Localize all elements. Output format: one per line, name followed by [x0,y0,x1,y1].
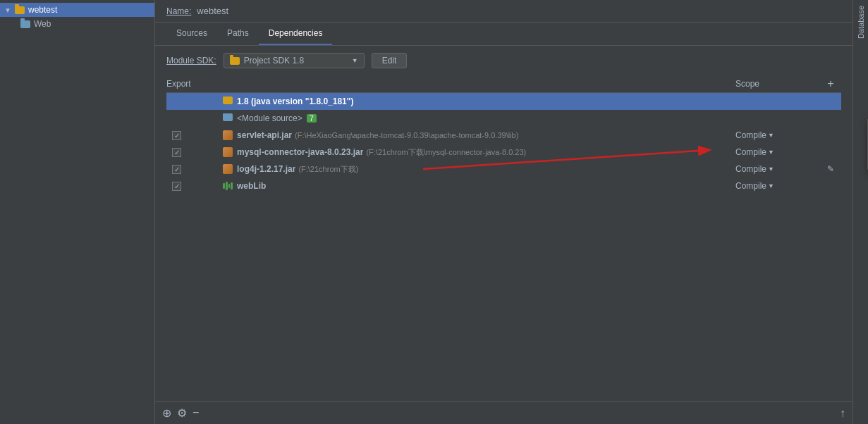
servlet-scope-cell[interactable]: Compile ▼ [735,130,820,140]
row-name-cell-module: <Module source> 7 [223,113,735,123]
name-row: Name: webtest [155,0,852,23]
tab-paths[interactable]: Paths [217,23,259,45]
row-name-cell-servlet: servlet-api.jar (F:\HeXiaoGang\apache-to… [223,130,735,140]
table-row[interactable]: log4j-1.2.17.jar (F:\21chrom下载) Compile … [166,161,841,177]
log4j-scope-arrow: ▼ [768,166,774,173]
mysql-scope-arrow: ▼ [768,149,774,156]
mysql-name: mysql-connector-java-8.0.23.jar [237,147,363,157]
log4j-checkbox[interactable] [172,165,181,174]
content-area: Name: webtest Sources Paths Dependencies… [155,0,852,424]
servlet-jar-icon [223,130,234,140]
sdk-row: Module SDK: Project SDK 1.8 ▼ Edit [155,46,852,75]
mysql-checkbox[interactable] [172,148,181,157]
lib-icon-visual [223,181,233,191]
weblib-scope-cell[interactable]: Compile ▼ [735,181,820,191]
sdk-label: Module SDK: [166,56,216,66]
tab-sources[interactable]: Sources [166,23,217,45]
globe-button[interactable]: ⊕ [162,406,171,420]
export-col-header: Export [166,79,223,89]
log4j-jar-icon [223,164,234,174]
servlet-scope-text: Compile [735,130,766,140]
table-row[interactable]: webLib Compile ▼ [166,177,841,194]
sdk-select-text: Project SDK 1.8 [244,56,348,66]
edit-button[interactable]: Edit [372,53,408,68]
edit-pencil-button[interactable]: ✎ [820,164,841,174]
checkbox-cell-log4j[interactable] [166,165,223,174]
table-body: 1.8 (java version "1.8.0_181") <Module s [166,93,841,401]
servlet-path: (F:\HeXiaoGang\apache-tomcat-9.0.39\apac… [295,131,518,139]
main-wrapper: Name: webtest Sources Paths Dependencies… [155,0,868,424]
servlet-scope-arrow: ▼ [768,132,774,139]
scope-col-header: Scope [735,79,820,89]
log4j-name: log4j-1.2.17.jar [237,164,295,174]
checkbox-cell-weblib[interactable] [166,182,223,191]
right-panel-database: Database [852,0,868,424]
up-arrow-button[interactable]: ↑ [840,407,845,420]
jar-icon-mysql-visual [223,147,233,157]
module-folder-icon [223,113,234,123]
log4j-scope-text: Compile [735,164,766,174]
sidebar-label-webtest: webtest [28,5,57,15]
table-row[interactable]: mysql-connector-java-8.0.23.jar (F:\21ch… [166,144,841,161]
tab-dependencies[interactable]: Dependencies [259,23,333,45]
tree-arrow-down: ▼ [4,6,14,14]
name-value: webtest [197,6,841,16]
weblib-lib-icon [223,181,234,191]
sdk-select-arrow-icon: ▼ [352,57,358,64]
module-badge: 7 [307,114,317,123]
table-row[interactable]: 1.8 (java version "1.8.0_181") [166,93,841,110]
dependency-table: Export Scope + [166,75,841,401]
row-name-cell-weblib: webLib [223,181,735,191]
sidebar-item-web[interactable]: Web [0,17,154,31]
sidebar: ▼ webtest Web [0,0,155,424]
sidebar-label-web: Web [34,19,51,29]
bottom-icon-group: ⊕ ⚙ − [162,406,199,420]
jar-icon-log4j-visual [223,164,233,174]
weblib-scope-arrow: ▼ [768,182,774,189]
sidebar-item-webtest[interactable]: ▼ webtest [0,3,154,17]
tabs-bar: Sources Paths Dependencies [155,23,852,46]
module-source-name: <Module source> [237,113,302,123]
mysql-scope-cell[interactable]: Compile ▼ [735,147,820,157]
mysql-jar-icon [223,147,234,157]
name-label: Name: [166,6,191,16]
jar-icon-visual [223,130,233,140]
row-name-cell-log4j: log4j-1.2.17.jar (F:\21chrom下载) [223,164,735,175]
checkbox-cell-servlet[interactable] [166,131,223,140]
table-header: Export Scope + [166,75,841,93]
gear-button[interactable]: ⚙ [177,406,187,420]
servlet-checkbox[interactable] [172,131,181,140]
sdk-select-dropdown[interactable]: Project SDK 1.8 ▼ [224,53,365,68]
folder-icon-web [20,19,31,29]
minus-button[interactable]: − [192,406,199,420]
weblib-name: webLib [237,181,266,191]
row-name-cell-jdk: 1.8 (java version "1.8.0_181") [223,96,735,106]
sdk-folder-icon [230,57,240,65]
servlet-name: servlet-api.jar [237,130,292,140]
jdk-folder-icon [223,96,234,106]
row-name-cell-mysql: mysql-connector-java-8.0.23.jar (F:\21ch… [223,147,735,158]
table-row[interactable]: <Module source> 7 [166,110,841,127]
log4j-scope-cell[interactable]: Compile ▼ [735,164,820,174]
add-icon: + [827,77,833,89]
table-row[interactable]: servlet-api.jar (F:\HeXiaoGang\apache-to… [166,127,841,144]
mysql-path: (F:\21chrom下载\mysql-connector-java-8.0.2… [366,147,526,158]
log4j-path: (F:\21chrom下载) [298,164,358,175]
weblib-checkbox[interactable] [172,182,181,191]
checkbox-cell-mysql[interactable] [166,148,223,157]
jdk-name-text: 1.8 (java version "1.8.0_181") [237,96,353,106]
bottom-controls: ⊕ ⚙ − ↑ [155,401,852,424]
folder-icon-webtest [14,5,25,15]
main-panel: Name: webtest Sources Paths Dependencies… [155,0,852,424]
weblib-scope-text: Compile [735,181,766,191]
database-label: Database [857,6,865,39]
add-dependency-button[interactable]: + [820,78,841,89]
mysql-scope-text: Compile [735,147,766,157]
